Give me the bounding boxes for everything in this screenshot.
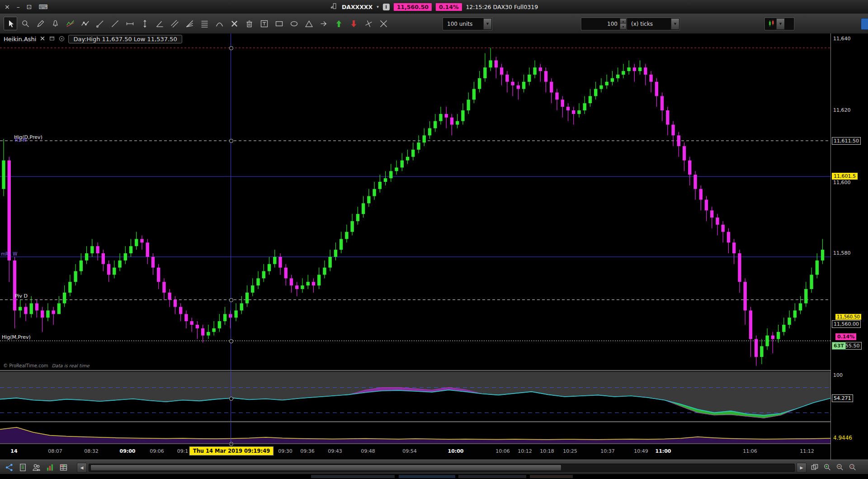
price-chart[interactable] xyxy=(0,33,830,370)
indicator2-pane[interactable] xyxy=(0,422,830,443)
trendline-tool[interactable] xyxy=(108,17,122,30)
time-axis-label: 11:00 xyxy=(655,448,671,454)
ticks-unit-value: (x) ticks xyxy=(627,21,671,27)
price-axis-label: 11,580 xyxy=(833,250,851,256)
time-axis-label: 10:12 xyxy=(518,448,532,454)
level-label: mR1 W xyxy=(1,251,17,256)
time-axis[interactable]: 1408:0708:3209:0009:0609:109:3009:3609:4… xyxy=(0,444,830,460)
extended-line-tool[interactable] xyxy=(377,17,390,30)
windows-icon[interactable] xyxy=(809,462,820,473)
zoom-reset-icon[interactable] xyxy=(847,462,858,473)
crosshair-handle[interactable] xyxy=(229,339,233,343)
units-select[interactable]: 100 units ▼ xyxy=(443,18,492,30)
angle-tool[interactable] xyxy=(153,17,166,30)
ticks-unit-select[interactable]: (x) ticks ▼ xyxy=(627,18,679,30)
instrument-selector[interactable]: DAXXXXX xyxy=(342,4,373,10)
ellipse-tool[interactable] xyxy=(287,17,301,30)
close-icon[interactable] xyxy=(58,35,65,43)
crosshair-handle[interactable] xyxy=(229,397,233,401)
buy-arrow-tool[interactable] xyxy=(332,17,345,30)
zoom-in-icon[interactable] xyxy=(822,462,833,473)
price-axis[interactable]: 11,64011,62011,611.5011,60011,601.511,58… xyxy=(830,33,868,460)
taskbar-window[interactable] xyxy=(530,475,573,478)
arrow-tool[interactable] xyxy=(317,17,330,30)
keyboard-icon[interactable]: ⌨ xyxy=(38,3,47,10)
pane-divider[interactable] xyxy=(0,421,868,422)
mobile-signal-icon xyxy=(330,2,338,11)
sell-arrow-tool[interactable] xyxy=(347,17,360,30)
vertical-line-tool[interactable] xyxy=(138,17,151,30)
stats-icon[interactable] xyxy=(44,462,55,473)
crosshair-handle[interactable] xyxy=(229,298,233,302)
chevron-down-icon[interactable]: ▼ xyxy=(671,19,679,29)
taskbar-window[interactable] xyxy=(311,475,395,478)
bottom-toolbar: ◀ ▶ xyxy=(0,460,868,474)
draw-tool[interactable] xyxy=(33,17,47,30)
price-axis-label: 100 xyxy=(833,372,843,379)
price-axis-label: 11,560.50 xyxy=(835,314,861,320)
scroll-right-button[interactable]: ▶ xyxy=(797,463,807,473)
price-axis-label: 4.9446 xyxy=(833,435,852,441)
fan-lines-tool[interactable] xyxy=(183,17,196,30)
crosshair-handle[interactable] xyxy=(229,46,233,50)
time-axis-label: 10:06 xyxy=(495,448,510,454)
alert-tool[interactable] xyxy=(48,17,62,30)
crosshair-vertical-line[interactable] xyxy=(231,33,231,444)
minimize-window-icon[interactable]: – xyxy=(17,3,20,10)
day-high-low-label: Day:High 11,637.50 Low 11,537.50 xyxy=(68,35,182,43)
spin-up-icon[interactable]: ▲ xyxy=(620,19,626,24)
partial-panel-icon[interactable] xyxy=(861,18,868,30)
new-window-icon[interactable] xyxy=(49,35,55,43)
time-axis-label: 10:00 xyxy=(448,448,463,454)
zoom-tool[interactable] xyxy=(19,17,32,30)
title-bar: × – ⊡ ⌨ DAXXXXX ▾ i 11,560.50 0.14% 12:1… xyxy=(0,0,868,14)
time-axis-label: 10:37 xyxy=(600,448,615,454)
price-axis-label: 11,620 xyxy=(833,107,851,114)
time-axis-label: 09:06 xyxy=(150,448,164,454)
crosshair-timestamp: Thu 14 Mar 2019 09:19:49 xyxy=(189,446,274,455)
share-icon[interactable] xyxy=(4,462,14,473)
ticks-count-input[interactable]: 100 ▲ ▼ xyxy=(581,18,627,30)
delete-tool[interactable] xyxy=(242,17,256,30)
table-icon[interactable] xyxy=(58,462,69,473)
scrollbar-thumb[interactable] xyxy=(90,465,561,471)
triangle-tool[interactable] xyxy=(302,17,316,30)
report-icon[interactable] xyxy=(17,462,28,473)
chart-header: Heikin.Ashi Day:High 11,637.50 Low 11,53… xyxy=(4,35,182,43)
arc-tool[interactable] xyxy=(212,17,226,30)
scroll-left-button[interactable]: ◀ xyxy=(77,463,87,473)
pointer-tool[interactable] xyxy=(4,17,17,30)
chevron-down-icon[interactable]: ▼ xyxy=(483,19,491,29)
time-axis-label: 08:07 xyxy=(48,448,62,454)
info-icon[interactable]: i xyxy=(383,4,390,10)
restore-window-icon[interactable]: ⊡ xyxy=(27,3,32,10)
trading-platform-window: × – ⊡ ⌨ DAXXXXX ▾ i 11,560.50 0.14% 12:1… xyxy=(0,0,868,479)
pane-divider[interactable] xyxy=(0,370,868,371)
chevron-down-icon[interactable]: ▾ xyxy=(377,5,379,9)
rectangle-tool[interactable] xyxy=(272,17,286,30)
chart-type-button[interactable]: ▼ xyxy=(765,18,794,30)
chevron-down-icon[interactable]: ▼ xyxy=(776,19,784,29)
text-tool[interactable] xyxy=(257,17,271,30)
users-icon[interactable] xyxy=(31,462,42,473)
taskbar-window[interactable] xyxy=(399,475,455,478)
crosshair-handle[interactable] xyxy=(229,139,233,143)
trendline-point-tool[interactable] xyxy=(93,17,107,30)
chart-scrollbar[interactable] xyxy=(89,464,795,472)
os-taskbar-strip xyxy=(0,474,868,479)
taskbar-window[interactable] xyxy=(458,475,526,478)
tools-menu[interactable] xyxy=(227,17,241,30)
time-axis-label: 10:25 xyxy=(563,448,577,454)
parallel-lines-tool[interactable] xyxy=(168,17,181,30)
change-percent-badge: 0.14% xyxy=(436,3,462,11)
close-window-icon[interactable]: × xyxy=(5,3,10,10)
zigzag-retracement-tool[interactable] xyxy=(78,17,92,30)
fibonacci-tool[interactable] xyxy=(198,17,211,30)
indicator1-pane[interactable] xyxy=(0,372,830,421)
cross-tool[interactable] xyxy=(362,17,375,30)
zoom-out-icon[interactable] xyxy=(835,462,845,473)
settings-icon[interactable] xyxy=(39,35,46,43)
horizontal-segment-tool[interactable] xyxy=(123,17,137,30)
spin-down-icon[interactable]: ▼ xyxy=(620,24,626,29)
zigzag-tool[interactable] xyxy=(63,17,77,30)
